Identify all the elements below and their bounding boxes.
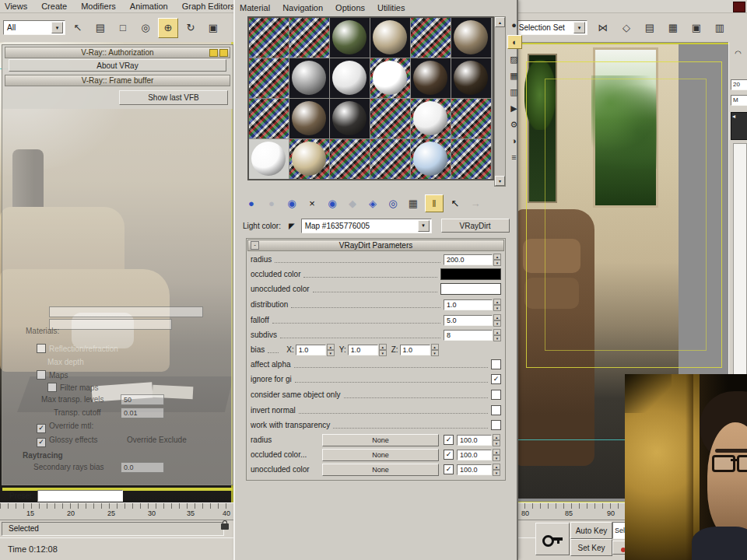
spinner[interactable]: ▴▾ (327, 344, 335, 355)
material-slot[interactable] (370, 139, 410, 179)
bias-x-input[interactable]: 1.0 (296, 345, 326, 355)
material-slot[interactable] (330, 139, 370, 179)
material-slot[interactable] (330, 58, 370, 98)
material-slot[interactable] (249, 139, 289, 179)
background-icon[interactable]: ▨ (507, 53, 521, 65)
spinner[interactable]: ▴▾ (493, 254, 501, 265)
spinner[interactable]: ▴▾ (431, 344, 439, 355)
show-map-viewport-icon[interactable]: ▦ (405, 195, 422, 212)
occluded-map-button[interactable]: None (322, 449, 439, 461)
make-unique-icon[interactable]: ◆ (344, 195, 361, 212)
spinner[interactable]: ▴▾ (379, 344, 387, 355)
material-type-button[interactable]: VRayDirt (441, 219, 510, 233)
override-exclude-label[interactable]: Override Exclude (127, 436, 187, 444)
invert-normal-checkbox[interactable] (491, 405, 501, 415)
falloff-input[interactable]: 5.0 (444, 315, 493, 326)
material-slot[interactable] (249, 99, 289, 138)
preset-dropdown[interactable] (37, 490, 123, 502)
ignore-gi-checkbox[interactable]: ✓ (491, 374, 501, 384)
checkbox[interactable] (37, 370, 46, 380)
collapse-icon[interactable]: - (251, 241, 259, 250)
spinner[interactable]: ▴▾ (493, 314, 501, 326)
set-keys-button[interactable] (535, 523, 570, 555)
material-slot[interactable] (289, 18, 329, 58)
checkbox[interactable]: ✓ (37, 424, 46, 433)
slots-scrollbar[interactable]: ▴ ▾ (494, 16, 506, 187)
affect-alpha-checkbox[interactable] (491, 359, 501, 369)
me-menu-item-utilities[interactable]: Utilities (377, 3, 405, 12)
distribution-input[interactable]: 1.0 (444, 299, 493, 310)
get-material-icon[interactable]: ● (243, 195, 260, 212)
radius-map-button[interactable]: None (322, 434, 439, 446)
sample-uv-tiling-icon[interactable]: ▦ (507, 69, 521, 82)
select-by-material-icon[interactable]: ◑ (507, 135, 521, 147)
unoccluded-color-swatch[interactable] (440, 283, 501, 295)
go-parent-icon[interactable]: ↖ (447, 195, 464, 212)
layer-manager-icon[interactable]: ▤ (640, 18, 660, 38)
work-transparency-checkbox[interactable] (491, 420, 501, 430)
material-slot[interactable] (411, 18, 451, 58)
align-icon[interactable]: ◇ (616, 18, 637, 38)
me-menu-item-navigation[interactable]: Navigation (282, 3, 323, 12)
radius-map-amount[interactable]: 100.0 (457, 435, 492, 446)
material-slot[interactable] (451, 58, 491, 98)
occluded-color-swatch[interactable] (440, 268, 501, 280)
unoccluded-map-button[interactable]: None (322, 464, 439, 476)
select-and-rotate-icon[interactable]: ↻ (181, 18, 201, 38)
select-object-icon[interactable]: ↖ (68, 18, 88, 38)
material-slot[interactable] (249, 18, 289, 58)
material-map-navigator-icon[interactable]: ≡ (507, 151, 521, 163)
spinner[interactable]: ▴▾ (493, 434, 500, 446)
checkbox[interactable] (47, 383, 57, 392)
occluded-map-amount[interactable]: 100.0 (457, 450, 492, 460)
bias-y-input[interactable]: 1.0 (348, 345, 378, 355)
reset-map-icon[interactable]: × (303, 195, 321, 212)
transp-cutoff-field[interactable]: 0.01 (121, 408, 164, 418)
backlight-icon[interactable]: ◐ (507, 35, 522, 49)
put-to-library-icon[interactable]: ◈ (364, 195, 381, 212)
material-slot[interactable] (411, 99, 451, 138)
scroll-down-icon[interactable]: ▾ (495, 176, 505, 186)
checkbox[interactable]: ✓ (37, 438, 46, 447)
auto-key-button[interactable]: Auto Key (570, 522, 612, 539)
menu-item-modifiers[interactable]: Modifiers (81, 2, 116, 11)
material-slot[interactable] (289, 58, 329, 98)
spinner[interactable]: ▴▾ (493, 329, 501, 341)
video-color-check-icon[interactable]: ▥ (507, 86, 521, 98)
material-slot[interactable] (451, 18, 491, 58)
me-menu-item-material[interactable]: Material (240, 3, 270, 12)
material-slot[interactable] (289, 99, 329, 138)
sample-type-icon[interactable]: ● (507, 19, 521, 31)
pan-tool-icon[interactable]: ◠ (731, 47, 745, 60)
select-by-name-icon[interactable]: ▤ (90, 18, 110, 38)
selection-region-icon[interactable]: □ (113, 18, 133, 38)
radius-map-checkbox[interactable]: ✓ (444, 435, 454, 445)
radius-input[interactable]: 200.0 (444, 254, 493, 265)
show-last-vfb-button[interactable]: Show last VFB (119, 90, 228, 105)
scroll-up-icon[interactable]: ▴ (495, 17, 505, 27)
options-icon[interactable]: ⚙ (507, 118, 521, 131)
material-slot[interactable] (330, 18, 370, 58)
material-slot[interactable] (370, 58, 410, 98)
unoccluded-map-amount[interactable]: 100.0 (457, 464, 492, 475)
menu-item-animation[interactable]: Animation (130, 2, 168, 11)
make-copy-icon[interactable]: ◉ (324, 195, 341, 212)
rollout-header[interactable]: - VRayDirt Parameters (247, 240, 504, 251)
rollout-frame-buffer[interactable]: V-Ray:: Frame buffer (5, 75, 230, 86)
material-slot[interactable] (330, 99, 370, 138)
material-slot[interactable] (411, 139, 451, 179)
spinner[interactable]: ▴▾ (493, 464, 500, 475)
curve-editor-icon[interactable]: ▦ (663, 18, 683, 38)
occluded-map-checkbox[interactable]: ✓ (444, 450, 454, 460)
rollout-authorization[interactable]: V-Ray:: Authorization (5, 47, 230, 58)
material-slot[interactable] (370, 18, 410, 58)
timeline-ruler-right[interactable]: 808590 (517, 502, 633, 520)
timeline-ruler-left[interactable]: 152025303540 (0, 502, 233, 520)
about-vray-button[interactable]: About VRay (9, 59, 226, 72)
put-to-scene-icon[interactable]: ● (263, 195, 280, 212)
material-id-icon[interactable]: ◎ (384, 195, 402, 212)
subdivs-input[interactable]: 8 (444, 330, 493, 341)
panel-field[interactable]: M (731, 95, 747, 106)
select-and-move-icon[interactable]: ⊕ (158, 18, 178, 38)
material-slot[interactable] (451, 139, 491, 179)
